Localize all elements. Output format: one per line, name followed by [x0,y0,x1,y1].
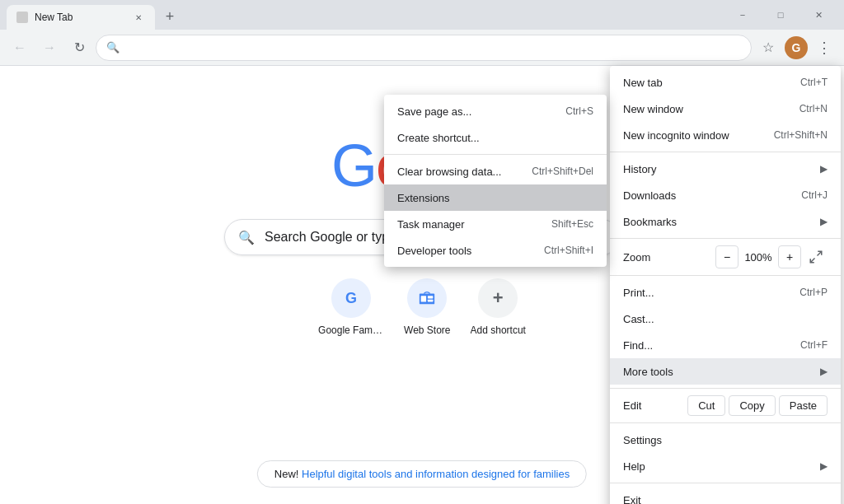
shortcut-icon-google: G [331,278,371,318]
history-arrow: ▶ [820,163,828,175]
copy-button[interactable]: Copy [729,395,775,416]
address-bar[interactable]: 🔍 [96,35,752,61]
menu-item-help[interactable]: Help ▶ [610,453,841,479]
zoom-plus-button[interactable]: + [778,245,801,268]
shortcut-add[interactable]: + Add shortcut [471,278,526,336]
more-tools-submenu[interactable]: Save page as... Ctrl+S Create shortcut..… [384,95,607,267]
address-input[interactable] [126,41,741,54]
svg-rect-2 [428,296,433,298]
tab-title: New Tab [35,12,125,23]
task-manager-shortcut: Shift+Esc [551,218,593,230]
menu-item-print[interactable]: Print... Ctrl+P [610,279,841,306]
forward-button[interactable]: → [36,35,63,61]
downloads-label: Downloads [623,189,801,202]
menu-divider-2 [610,238,841,239]
submenu-item-save-page[interactable]: Save page as... Ctrl+S [384,98,607,124]
cast-label: Cast... [623,313,828,325]
shortcut-icon-webstore [407,278,447,318]
toolbar-right: ☆ G ⋮ [755,35,837,61]
close-button[interactable]: ✕ [799,0,837,30]
more-tools-arrow: ▶ [820,366,828,377]
create-shortcut-label: Create shortcut... [397,132,593,144]
menu-icon: ⋮ [817,39,832,57]
zoom-control: Zoom − 100% + [610,242,841,272]
menu-item-settings[interactable]: Settings [610,427,841,453]
shortcut-icon-add: + [478,278,518,318]
clear-browsing-shortcut: Ctrl+Shift+Del [532,166,593,177]
cut-button[interactable]: Cut [687,395,725,416]
forward-icon: → [43,40,56,55]
browser-tab[interactable]: New Tab ✕ [7,5,155,30]
shortcut-google-famili[interactable]: G Google Famili... [318,278,384,336]
menu-item-find[interactable]: Find... Ctrl+F [610,332,841,358]
submenu-item-create-shortcut[interactable]: Create shortcut... [384,124,607,151]
developer-tools-shortcut: Ctrl+Shift+I [544,245,593,256]
profile-button[interactable]: G [785,36,808,59]
notification-bar: New! Helpful digital tools and informati… [257,460,587,488]
minimize-button[interactable]: − [724,0,762,30]
bookmark-star-button[interactable]: ☆ [755,35,781,61]
menu-item-new-incognito[interactable]: New incognito window Ctrl+Shift+N [610,122,841,148]
menu-item-downloads[interactable]: Downloads Ctrl+J [610,182,841,208]
extensions-label: Extensions [397,192,593,204]
menu-divider-6 [610,483,841,483]
chrome-menu[interactable]: New tab Ctrl+T New window Ctrl+N New inc… [610,66,841,504]
new-window-shortcut: Ctrl+N [799,103,828,114]
find-shortcut: Ctrl+F [800,339,828,351]
shortcuts-row: G Google Famili... Web Store + Add short… [318,278,526,336]
zoom-fullscreen-button[interactable] [804,245,828,268]
back-icon: ← [13,40,26,55]
svg-rect-1 [421,296,426,301]
zoom-minus-button[interactable]: − [715,245,738,268]
new-incognito-shortcut: Ctrl+Shift+N [774,129,828,141]
notification-pill: New! Helpful digital tools and informati… [257,460,587,488]
help-arrow: ▶ [820,460,828,472]
print-label: Print... [623,287,799,299]
menu-item-cast[interactable]: Cast... [610,306,841,332]
shortcut-label-add: Add shortcut [471,324,526,336]
submenu-item-clear-browsing[interactable]: Clear browsing data... Ctrl+Shift+Del [384,158,607,184]
new-tab-button[interactable]: + [158,5,181,28]
find-label: Find... [623,339,800,352]
window-controls: − □ ✕ [724,0,837,30]
submenu-item-extensions[interactable]: Extensions [384,184,607,211]
menu-item-more-tools[interactable]: More tools ▶ [610,358,841,385]
more-tools-label: More tools [623,366,817,378]
star-icon: ☆ [762,40,774,55]
menu-item-new-tab[interactable]: New tab Ctrl+T [610,69,841,96]
edit-label: Edit [623,399,684,412]
notification-link[interactable]: Helpful digital tools and information de… [302,468,570,480]
chrome-menu-button[interactable]: ⋮ [811,35,837,61]
save-page-shortcut: Ctrl+S [565,105,593,117]
save-page-label: Save page as... [397,105,565,118]
submenu-item-task-manager[interactable]: Task manager Shift+Esc [384,211,607,237]
developer-tools-label: Developer tools [397,245,544,257]
new-window-label: New window [623,103,799,115]
submenu-divider-1 [384,154,607,155]
toolbar: ← → ↻ 🔍 ☆ G ⋮ [0,30,844,66]
shortcut-label-google: Google Famili... [318,324,384,336]
zoom-label: Zoom [623,251,715,264]
menu-item-exit[interactable]: Exit [610,487,841,504]
back-button[interactable]: ← [7,35,33,61]
downloads-shortcut: Ctrl+J [801,189,828,201]
menu-item-bookmarks[interactable]: Bookmarks ▶ [610,208,841,235]
maximize-button[interactable]: □ [762,0,799,30]
menu-item-history[interactable]: History ▶ [610,156,841,182]
bookmarks-arrow: ▶ [820,216,828,227]
menu-item-new-window[interactable]: New window Ctrl+N [610,96,841,122]
shortcut-label-webstore: Web Store [404,324,450,336]
bookmarks-label: Bookmarks [623,216,817,228]
help-label: Help [623,460,817,473]
submenu-item-developer-tools[interactable]: Developer tools Ctrl+Shift+I [384,237,607,264]
history-label: History [623,163,817,175]
edit-row: Edit Cut Copy Paste [610,392,841,419]
zoom-value: 100% [738,251,778,264]
new-tab-label: New tab [623,77,800,89]
exit-label: Exit [623,494,828,505]
tab-close-button[interactable]: ✕ [132,11,145,24]
shortcut-web-store[interactable]: Web Store [404,278,450,336]
paste-button[interactable]: Paste [779,395,828,416]
page-search-icon: 🔍 [238,230,255,245]
reload-button[interactable]: ↻ [66,35,92,61]
